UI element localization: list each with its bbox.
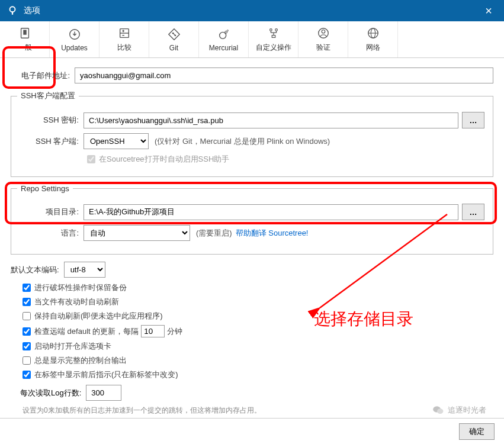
tab-bar: 一般 Updates 比较 Git Mercurial 自定义操作 验证 网络 xyxy=(0,21,504,58)
email-row: 电子邮件地址: xyxy=(11,67,493,83)
svg-point-20 xyxy=(322,30,325,34)
remote-interval-input[interactable] xyxy=(141,325,165,337)
logrows-label: 每次读取Log行数: xyxy=(20,388,81,398)
openrepo-checkbox[interactable] xyxy=(23,342,31,350)
help-translate-link[interactable]: 帮助翻译 Sourcetree! xyxy=(236,228,309,239)
email-input[interactable] xyxy=(75,67,493,83)
ssh-client-label: SSH 客户端: xyxy=(20,136,79,147)
tab-label: 比较 xyxy=(117,43,131,53)
encoding-select[interactable]: utf-8 xyxy=(64,262,105,278)
ssh-client-select[interactable]: OpenSSH xyxy=(84,133,149,149)
svg-rect-3 xyxy=(23,30,27,35)
project-dir-label: 项目目录: xyxy=(20,207,79,217)
tab-mercurial[interactable]: Mercurial xyxy=(199,21,249,57)
tab-updates[interactable]: Updates xyxy=(50,21,99,57)
ssh-autostart-checkbox xyxy=(87,155,95,163)
remote-check-checkbox[interactable] xyxy=(23,327,31,336)
logrows-hint: 设置为0来加载所有的日志并加速到一个提交的跳转，但这将增加内存占用。 xyxy=(23,406,493,416)
tab-network[interactable]: 网络 xyxy=(348,21,398,57)
ssh-key-browse-button[interactable]: … xyxy=(462,112,484,128)
diff-icon xyxy=(117,26,131,40)
fullconsole-checkbox[interactable] xyxy=(23,356,31,365)
keeprefresh-label: 保持自动刷新(即便未选中此应用程序) xyxy=(34,311,163,321)
svg-point-15 xyxy=(227,30,228,31)
svg-point-17 xyxy=(275,29,277,31)
svg-rect-18 xyxy=(272,36,275,38)
tab-label: Git xyxy=(169,44,178,52)
restart-note: (需要重启) xyxy=(196,228,232,239)
autorefresh-label: 当文件有改动时自动刷新 xyxy=(34,297,119,307)
project-dir-input[interactable] xyxy=(84,204,458,220)
tab-diff[interactable]: 比较 xyxy=(99,21,149,57)
tab-label: 自定义操作 xyxy=(256,43,291,53)
repo-fieldset: Repo Settings 项目目录: … 语言: 自动 (需要重启) 帮助翻译… xyxy=(11,184,493,255)
openrepo-label: 启动时打开仓库选项卡 xyxy=(34,341,111,352)
email-label: 电子邮件地址: xyxy=(11,70,70,81)
tab-label: Mercurial xyxy=(209,44,238,52)
ssh-key-input[interactable] xyxy=(84,112,458,128)
ssh-autostart-label: 在Sourcetree打开时自动启用SSH助手 xyxy=(99,154,229,165)
ssh-client-note: (仅针对 Git，Mercurial 总是使用 Plink on Windows… xyxy=(155,136,330,147)
settings-scroll-area[interactable]: 电子邮件地址: SSH客户端配置 SSH 密钥: … SSH 客户端: Open… xyxy=(0,58,504,417)
tab-label: 验证 xyxy=(316,43,330,53)
svg-line-12 xyxy=(173,33,175,36)
tab-general[interactable]: 一般 xyxy=(0,21,50,57)
globe-icon xyxy=(366,26,380,40)
app-logo-icon xyxy=(7,5,18,16)
repo-legend: Repo Settings xyxy=(17,184,73,193)
project-dir-browse-button[interactable]: … xyxy=(462,204,484,220)
svg-point-0 xyxy=(10,7,15,12)
tab-auth[interactable]: 验证 xyxy=(298,21,348,57)
svg-point-14 xyxy=(224,31,227,33)
ssh-legend: SSH客户端配置 xyxy=(17,91,79,101)
close-icon[interactable]: × xyxy=(480,4,497,18)
tabindicator-checkbox[interactable] xyxy=(23,371,31,379)
tab-custom-actions[interactable]: 自定义操作 xyxy=(249,21,298,57)
git-icon xyxy=(167,27,181,41)
footer: 确定 xyxy=(0,418,504,444)
backup-label: 进行破坏性操作时保留备份 xyxy=(34,282,127,293)
download-icon xyxy=(68,27,82,41)
tab-label: 网络 xyxy=(366,43,380,53)
tab-git[interactable]: Git xyxy=(149,21,199,57)
window-title: 选项 xyxy=(24,5,480,16)
svg-point-16 xyxy=(269,29,272,31)
titlebar: 选项 × xyxy=(0,0,504,21)
language-label: 语言: xyxy=(20,228,79,239)
autorefresh-checkbox[interactable] xyxy=(23,298,31,306)
keeprefresh-checkbox[interactable] xyxy=(23,312,31,320)
mercurial-icon xyxy=(217,27,231,41)
backup-checkbox[interactable] xyxy=(23,284,31,292)
logrows-input[interactable] xyxy=(86,385,121,401)
tab-label: Updates xyxy=(61,44,88,52)
ssh-fieldset: SSH客户端配置 SSH 密钥: … SSH 客户端: OpenSSH (仅针对… xyxy=(11,91,493,177)
tabindicator-label: 在标签中显示前后指示(只在新标签中改变) xyxy=(34,369,178,380)
encoding-label: 默认文本编码: xyxy=(11,265,59,275)
user-icon xyxy=(316,26,330,40)
remote-check-pre: 检查远端 default 的更新，每隔 xyxy=(34,326,139,337)
language-select[interactable]: 自动 xyxy=(84,225,190,241)
ssh-key-label: SSH 密钥: xyxy=(20,115,79,126)
fullconsole-label: 总是显示完整的控制台输出 xyxy=(34,355,127,366)
general-icon xyxy=(18,26,32,40)
ok-button[interactable]: 确定 xyxy=(459,423,495,440)
svg-rect-1 xyxy=(12,12,13,15)
flow-icon xyxy=(267,26,281,40)
tab-label: 一般 xyxy=(18,43,32,53)
remote-check-post: 分钟 xyxy=(167,326,182,337)
